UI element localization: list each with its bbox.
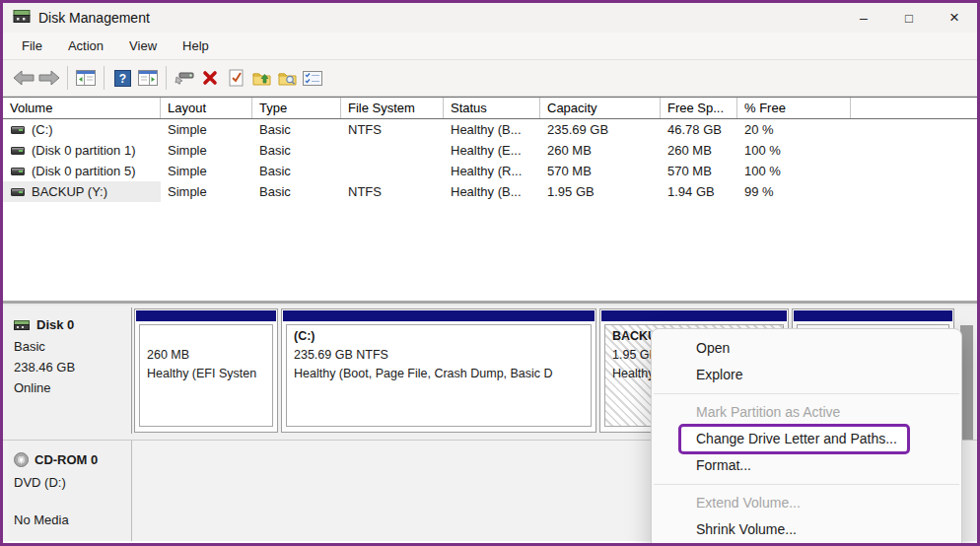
show-action-pane-icon (138, 70, 158, 86)
cell-volume: (Disk 0 partition 5) (32, 161, 135, 181)
open-folder-icon (252, 70, 271, 87)
cell-file-system: NTFS (341, 119, 444, 140)
cdrom-status: No Media (14, 510, 131, 530)
toolbar-separator (104, 66, 105, 90)
help-button[interactable]: ? (109, 64, 135, 92)
disk-management-window: Disk Management – □ × File Action View H… (0, 0, 980, 546)
menu-action[interactable]: Action (55, 33, 116, 59)
cell-layout: Simple (161, 181, 252, 202)
update-drive-icon (175, 71, 194, 85)
partition-color-bar (283, 310, 595, 321)
context-menu: Open Explore Mark Partition as Active Ch… (651, 328, 962, 546)
partition-c[interactable]: (C:) 235.69 GB NTFS Healthy (Boot, Page … (281, 308, 596, 433)
cell-free-space: 1.94 GB (661, 181, 737, 202)
cell-layout: Simple (161, 140, 252, 161)
forward-icon (38, 70, 60, 86)
column-header-status[interactable]: Status (444, 98, 540, 118)
help-icon: ? (114, 70, 131, 87)
cell-status: Healthy (E... (444, 140, 540, 161)
app-icon (13, 9, 31, 27)
close-button[interactable]: × (932, 3, 977, 33)
menu-file[interactable]: File (9, 33, 55, 59)
maximize-button[interactable]: □ (886, 3, 932, 33)
title-bar: Disk Management – □ × (3, 3, 977, 33)
column-header-volume[interactable]: Volume (3, 98, 161, 118)
volume-icon (11, 168, 25, 175)
explore-folder-icon (278, 70, 297, 87)
cell-free-space: 570 MB (661, 161, 737, 181)
menu-separator (654, 484, 959, 485)
cell-volume: (C:) (32, 119, 53, 140)
cell-volume: (Disk 0 partition 1) (32, 140, 135, 161)
cell-volume: BACKUP (Y:) (32, 181, 107, 202)
forward-button[interactable] (36, 64, 62, 92)
cell-type: Basic (252, 161, 341, 181)
column-header-capacity[interactable]: Capacity (540, 98, 661, 118)
volume-icon (11, 126, 25, 134)
column-header-free-space[interactable]: Free Sp... (661, 98, 737, 118)
cdrom-info-panel[interactable]: CD-ROM 0 DVD (D:) No Media (8, 441, 132, 541)
table-row[interactable]: (C:) Simple Basic NTFS Healthy (B... 235… (3, 119, 977, 140)
volume-list-header: Volume Layout Type File System Status Ca… (3, 97, 977, 119)
partition-efi[interactable]: 260 MB Healthy (EFI Systen (134, 308, 278, 433)
settings-checklist-icon (303, 71, 322, 86)
menu-item-format[interactable]: Format... (652, 452, 961, 479)
partition-color-bar (136, 310, 276, 321)
disk0-capacity: 238.46 GB (14, 357, 131, 377)
disk0-name: Disk 0 (36, 317, 74, 332)
column-header-pct-free[interactable]: % Free (737, 98, 851, 118)
partition-title: (C:) (294, 327, 584, 346)
cdrom-name: CD-ROM 0 (35, 452, 98, 467)
settings-button[interactable] (300, 64, 325, 92)
menu-item-explore[interactable]: Explore (652, 362, 961, 388)
table-row[interactable]: (Disk 0 partition 1) Simple Basic Health… (3, 140, 977, 161)
cell-pct-free: 99 % (737, 181, 851, 202)
menu-item-shrink-volume[interactable]: Shrink Volume... (652, 516, 961, 543)
partition-color-bar (794, 310, 952, 321)
cell-pct-free: 100 % (737, 161, 851, 181)
table-row[interactable]: (Disk 0 partition 5) Simple Basic Health… (3, 161, 977, 181)
open-folder-button[interactable] (248, 64, 274, 92)
cell-type: Basic (252, 181, 341, 202)
partition-title (147, 327, 265, 346)
menu-help[interactable]: Help (170, 33, 222, 59)
show-action-pane-button[interactable] (135, 64, 161, 92)
cell-type: Basic (252, 119, 341, 140)
menu-item-open[interactable]: Open (652, 335, 961, 362)
partition-size: 235.69 GB NTFS (294, 346, 584, 365)
explore-folder-button[interactable] (274, 64, 300, 92)
back-icon (13, 70, 35, 86)
volume-icon (11, 147, 25, 155)
column-header-type[interactable]: Type (252, 98, 341, 118)
properties-button[interactable] (223, 64, 248, 92)
column-header-file-system[interactable]: File System (341, 98, 444, 118)
cell-capacity: 570 MB (540, 161, 661, 181)
cell-layout: Simple (161, 161, 252, 181)
menu-view[interactable]: View (116, 33, 170, 59)
column-header-layout[interactable]: Layout (161, 98, 252, 118)
menu-item-mark-partition-active: Mark Partition as Active (652, 399, 961, 426)
cell-status: Healthy (R... (444, 161, 540, 181)
menu-item-change-drive-letter[interactable]: Change Drive Letter and Paths... (678, 424, 910, 454)
column-header-blank (851, 98, 977, 118)
show-console-tree-button[interactable] (73, 64, 99, 92)
toolbar: ? (3, 60, 977, 97)
minimize-button[interactable]: – (841, 3, 886, 33)
show-console-tree-icon (76, 70, 96, 86)
delete-volume-button[interactable] (197, 64, 223, 92)
partition-color-bar (601, 310, 787, 321)
back-button[interactable] (11, 64, 36, 92)
toolbar-separator (67, 66, 68, 90)
table-row-selected[interactable]: BACKUP (Y:) Simple Basic NTFS Healthy (B… (3, 181, 977, 202)
menu-item-extend-volume: Extend Volume... (652, 490, 961, 516)
cell-free-space: 260 MB (661, 140, 737, 161)
cell-status: Healthy (B... (444, 181, 540, 202)
cell-pct-free: 20 % (737, 119, 851, 140)
update-drive-button[interactable] (172, 64, 197, 92)
cell-layout: Simple (161, 119, 252, 140)
properties-check-icon (229, 69, 244, 87)
disk0-info-panel[interactable]: Disk 0 Basic 238.46 GB Online (8, 307, 132, 434)
delete-volume-icon (202, 70, 218, 86)
volume-list: Volume Layout Type File System Status Ca… (3, 97, 977, 300)
cell-capacity: 1.95 GB (540, 181, 661, 202)
